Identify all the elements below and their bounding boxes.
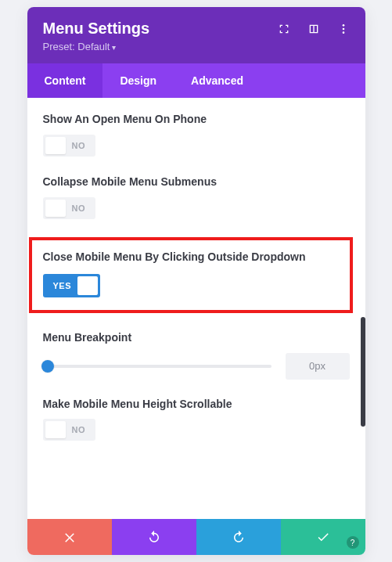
toggle-collapse-submenus[interactable]: NO — [43, 197, 96, 219]
toggle-knob — [77, 276, 98, 295]
close-icon — [63, 530, 77, 544]
tab-content[interactable]: Content — [27, 63, 103, 98]
responsive-icon[interactable] — [307, 23, 320, 35]
slider-row: 0px — [43, 353, 350, 380]
undo-button[interactable] — [112, 519, 196, 555]
toggle-text: NO — [66, 141, 94, 150]
cancel-button[interactable] — [27, 519, 112, 555]
toggle-close-outside[interactable]: YES — [43, 274, 101, 297]
tab-advanced[interactable]: Advanced — [174, 63, 261, 98]
preset-selector[interactable]: Preset: Default▾ — [43, 41, 350, 52]
slider-track — [43, 365, 272, 368]
redo-icon — [232, 530, 246, 544]
panel-header: Menu Settings Preset: Default▾ — [27, 7, 365, 63]
breakpoint-value[interactable]: 0px — [286, 353, 350, 380]
toggle-knob — [45, 421, 66, 438]
check-icon — [316, 530, 330, 544]
setting-label: Menu Breakpoint — [43, 330, 350, 345]
svg-point-0 — [342, 24, 344, 27]
toggle-text: NO — [66, 204, 94, 213]
toggle-text: NO — [66, 425, 94, 434]
highlighted-setting: Close Mobile Menu By Clicking Outside Dr… — [29, 237, 353, 313]
chevron-down-icon: ▾ — [112, 43, 116, 52]
header-icon-group — [278, 23, 350, 35]
setting-label: Show An Open Menu On Phone — [43, 112, 350, 127]
setting-label: Collapse Mobile Menu Submenus — [43, 175, 350, 189]
toggle-height-scrollable[interactable]: NO — [43, 419, 96, 441]
expand-icon[interactable] — [278, 23, 290, 35]
toggle-knob — [45, 137, 66, 154]
toggle-show-open-menu-phone[interactable]: NO — [43, 135, 96, 157]
svg-point-1 — [342, 27, 344, 30]
header-top-row: Menu Settings — [43, 20, 350, 38]
undo-icon — [147, 530, 161, 544]
preset-label: Preset: Default — [43, 41, 110, 52]
tab-bar: Content Design Advanced — [27, 63, 365, 98]
setting-menu-breakpoint: Menu Breakpoint 0px — [43, 330, 350, 380]
breakpoint-slider[interactable] — [43, 358, 272, 374]
panel-footer: ? — [27, 519, 365, 555]
panel-title: Menu Settings — [43, 20, 150, 38]
setting-show-open-menu-phone: Show An Open Menu On Phone NO — [43, 112, 350, 157]
setting-label: Close Mobile Menu By Clicking Outside Dr… — [43, 250, 339, 265]
help-icon[interactable]: ? — [347, 536, 359, 549]
settings-content: Show An Open Menu On Phone NO Collapse M… — [27, 98, 365, 519]
setting-height-scrollable: Make Mobile Menu Height Scrollable NO — [43, 397, 350, 442]
redo-button[interactable] — [196, 519, 281, 555]
kebab-icon[interactable] — [337, 23, 350, 35]
save-button[interactable]: ? — [281, 519, 365, 555]
slider-thumb[interactable] — [41, 360, 54, 373]
tab-design[interactable]: Design — [102, 63, 174, 98]
setting-collapse-submenus: Collapse Mobile Menu Submenus NO — [43, 175, 350, 220]
settings-panel: Menu Settings Preset: Default▾ Content D… — [27, 7, 365, 555]
svg-point-2 — [342, 31, 344, 34]
setting-label: Make Mobile Menu Height Scrollable — [43, 397, 350, 412]
toggle-knob — [45, 200, 66, 217]
scrollbar-thumb[interactable] — [361, 317, 365, 427]
toggle-text: YES — [45, 281, 78, 290]
